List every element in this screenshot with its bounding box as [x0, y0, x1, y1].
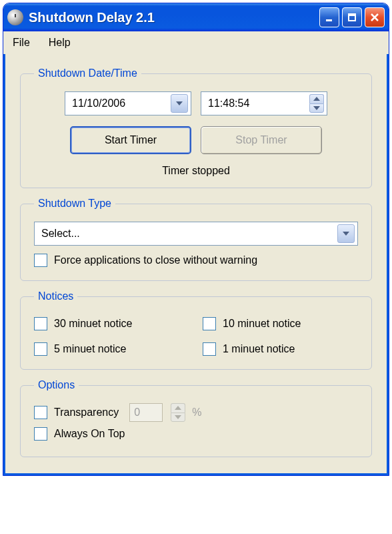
time-value: 11:48:54: [208, 97, 249, 109]
close-button[interactable]: [365, 7, 385, 27]
notice-30-checkbox[interactable]: [34, 317, 47, 330]
date-picker[interactable]: 11/10/2006: [65, 91, 191, 115]
svg-rect-0: [15, 14, 16, 17]
force-close-label: Force applications to close without warn…: [54, 254, 257, 266]
force-close-checkbox[interactable]: [34, 254, 47, 267]
timer-status: Timer stopped: [34, 165, 358, 177]
transparency-label: Transparency: [54, 407, 119, 419]
transparency-value: 0: [134, 407, 140, 419]
date-dropdown-icon[interactable]: [171, 94, 188, 113]
content-area: Shutdown Date/Time 11/10/2006 11:48:54: [3, 54, 389, 475]
time-spin-up-icon[interactable]: [309, 94, 324, 103]
menubar: File Help: [3, 31, 389, 54]
transparency-spin-down-icon: [171, 413, 185, 423]
transparency-input: 0: [129, 403, 163, 422]
minimize-button[interactable]: [319, 7, 339, 27]
transparency-unit: %: [192, 407, 201, 419]
notice-1-label: 1 minuet notice: [223, 343, 295, 355]
notice-1-checkbox[interactable]: [203, 342, 216, 356]
notices-legend: Notices: [34, 290, 77, 302]
shutdown-type-dropdown-icon[interactable]: [337, 224, 355, 243]
options-legend: Options: [34, 379, 79, 391]
maximize-button[interactable]: [342, 7, 362, 27]
app-window: Shutdown Delay 2.1 File Help Shutdown Da…: [3, 3, 389, 476]
notice-5-label: 5 minuet notice: [54, 343, 127, 355]
notice-5-checkbox[interactable]: [34, 342, 47, 356]
shutdown-type-group: Shutdown Type Select... Force applicatio…: [20, 198, 372, 281]
notice-30-label: 30 minuet notice: [54, 318, 132, 330]
svg-rect-1: [326, 19, 332, 21]
shutdown-type-select[interactable]: Select...: [34, 222, 358, 246]
shutdown-datetime-group: Shutdown Date/Time 11/10/2006 11:48:54: [20, 67, 372, 188]
app-icon: [7, 9, 23, 25]
menu-help[interactable]: Help: [49, 37, 71, 49]
time-spin-down-icon[interactable]: [309, 103, 324, 113]
notice-10-checkbox[interactable]: [203, 317, 216, 330]
notices-group: Notices 30 minuet notice 10 minuet notic…: [20, 290, 372, 370]
menu-file[interactable]: File: [13, 37, 30, 49]
date-value: 11/10/2006: [72, 97, 125, 109]
start-timer-button[interactable]: Start Timer: [70, 126, 191, 154]
shutdown-datetime-legend: Shutdown Date/Time: [34, 67, 141, 79]
transparency-checkbox[interactable]: [34, 406, 47, 419]
always-on-top-label: Always On Top: [54, 428, 125, 440]
time-spinner[interactable]: [309, 94, 324, 113]
transparency-spin-up-icon: [171, 403, 185, 413]
time-picker[interactable]: 11:48:54: [201, 91, 327, 115]
notice-10-label: 10 minuet notice: [223, 318, 301, 330]
svg-rect-3: [349, 14, 355, 16]
options-group: Options Transparency 0 % Always On Top: [20, 379, 372, 457]
window-title: Shutdown Delay 2.1: [29, 10, 317, 25]
shutdown-type-legend: Shutdown Type: [34, 198, 115, 210]
titlebar[interactable]: Shutdown Delay 2.1: [3, 3, 389, 31]
always-on-top-checkbox[interactable]: [34, 427, 47, 441]
shutdown-type-value: Select...: [41, 228, 80, 240]
stop-timer-button: Stop Timer: [201, 126, 322, 154]
transparency-spinner: [171, 403, 185, 422]
